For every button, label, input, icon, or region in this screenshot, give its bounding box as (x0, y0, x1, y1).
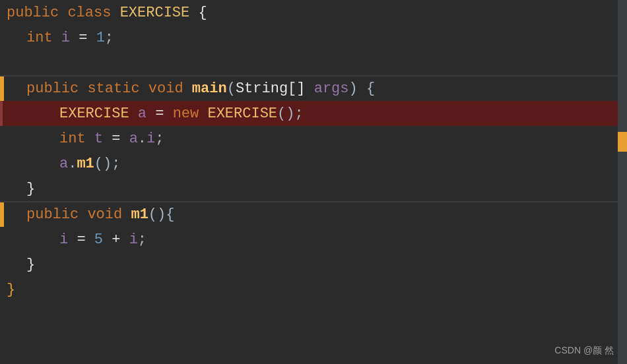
space (86, 128, 94, 150)
method-main: main (192, 78, 227, 100)
keyword-new: new (173, 103, 199, 125)
class-exercise-3: EXERCISE (207, 103, 277, 125)
semicolon-3: ; (138, 229, 147, 251)
space (59, 2, 67, 24)
space (68, 229, 77, 251)
code-line-6: int t = a . i ; (0, 126, 627, 151)
space (183, 78, 192, 100)
op-eq-2: = (155, 103, 164, 125)
constructor-call: (); (277, 103, 304, 125)
code-line-1: public class EXERCISE { (0, 0, 627, 25)
op-eq-1: = (79, 27, 87, 49)
num-5: 5 (94, 229, 103, 251)
indent-bar-6 (0, 126, 3, 151)
indent-bar-5 (0, 101, 3, 126)
var-a-3: a (59, 153, 68, 175)
close-brace-3: } (7, 279, 15, 301)
space (164, 103, 172, 125)
param-string-arr: String[] (236, 78, 306, 100)
keyword-static: static (87, 78, 139, 100)
paren-close-brace: ) { (349, 78, 376, 100)
var-a: a (138, 103, 147, 125)
code-line-9: public void m1 (){ (0, 202, 627, 227)
semicolon-2: ; (155, 128, 164, 150)
code-line-3 (0, 50, 627, 75)
keyword-public-1: public (7, 2, 59, 24)
op-eq-4: = (77, 229, 85, 251)
code-line-2: int i = 1 ; (0, 25, 627, 50)
space (306, 78, 314, 100)
gutter-mark-2 (0, 76, 4, 101)
var-t: t (94, 128, 103, 150)
scroll-thumb[interactable] (618, 132, 627, 152)
space (103, 128, 112, 150)
method-m1-call: m1 (77, 153, 94, 175)
paren-open: ( (227, 78, 236, 100)
class-exercise: EXERCISE (120, 2, 190, 24)
space (79, 78, 87, 100)
keyword-int-2: int (59, 128, 86, 150)
close-brace-2: } (26, 254, 35, 276)
var-a-2: a (129, 128, 138, 150)
code-line-11: } (0, 252, 627, 277)
code-line-4: public static void main ( String[] args … (0, 76, 627, 101)
watermark: CSDN @颜 然 (554, 344, 614, 357)
space (103, 229, 112, 251)
call-end: (); (94, 153, 121, 175)
keyword-public-3: public (26, 204, 79, 226)
space (199, 103, 207, 125)
code-line-8: } (0, 176, 627, 201)
var-i-3: i (129, 229, 138, 251)
gutter-mark-4 (0, 202, 4, 227)
code-line-7: a . m1 (); (0, 151, 627, 176)
param-args: args (314, 78, 349, 100)
space (120, 229, 129, 251)
space (53, 27, 61, 49)
num-1: 1 (96, 27, 105, 49)
code-line-5: EXERCISE a = new EXERCISE (); (0, 101, 627, 126)
keyword-int-1: int (26, 27, 53, 49)
method-m1-def: m1 (131, 204, 148, 226)
keyword-public-2: public (26, 78, 79, 100)
open-brace-1: { (198, 2, 207, 24)
keyword-void-2: void (87, 204, 122, 226)
keyword-class: class (67, 2, 111, 24)
code-line-10: i = 5 + i ; (0, 227, 627, 252)
space (70, 27, 79, 49)
var-i: i (61, 27, 70, 49)
space (86, 229, 94, 251)
scroll-indicator[interactable] (618, 0, 627, 364)
space (122, 204, 131, 226)
space (147, 103, 155, 125)
op-plus: + (112, 229, 120, 251)
code-editor: public class EXERCISE { int i = 1 ; publ… (0, 0, 627, 364)
field-i: i (147, 128, 155, 150)
method-m1-paren: (){ (148, 204, 175, 226)
close-brace-1: } (26, 178, 35, 200)
keyword-void-1: void (148, 78, 183, 100)
dot-1: . (138, 128, 147, 150)
op-eq-3: = (112, 128, 120, 150)
space (120, 128, 129, 150)
space (87, 27, 96, 49)
space (140, 78, 148, 100)
space (129, 103, 138, 125)
dot-2: . (68, 153, 77, 175)
space (79, 204, 87, 226)
code-line-12: } (0, 277, 627, 302)
space (189, 2, 198, 24)
var-i-2: i (59, 229, 68, 251)
semicolon-1: ; (105, 27, 114, 49)
class-exercise-2: EXERCISE (59, 103, 129, 125)
space (111, 2, 119, 24)
